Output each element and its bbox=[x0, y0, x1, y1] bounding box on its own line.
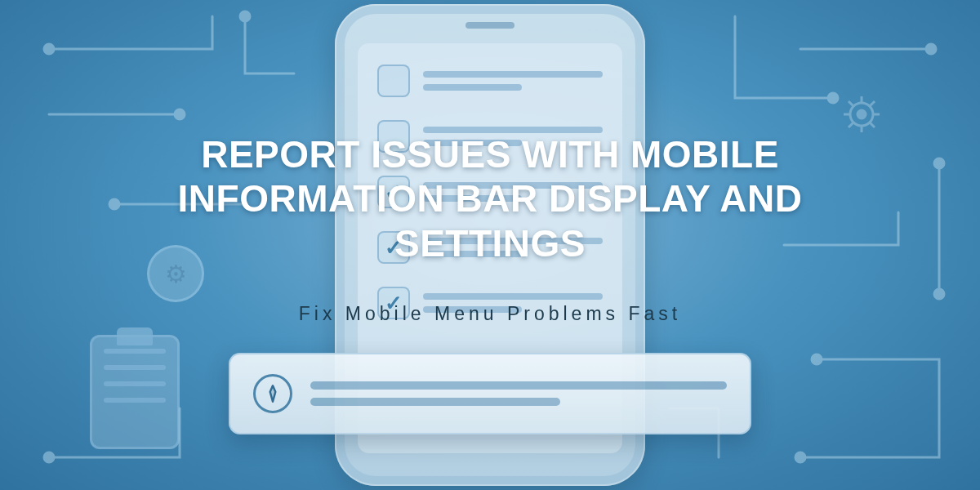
hero-title: REPORT ISSUES WITH MOBILE INFORMATION BA… bbox=[114, 132, 866, 265]
hero-text-overlay: REPORT ISSUES WITH MOBILE INFORMATION BA… bbox=[0, 0, 980, 490]
hero-subtitle: Fix Mobile Menu Problems Fast bbox=[299, 303, 681, 325]
